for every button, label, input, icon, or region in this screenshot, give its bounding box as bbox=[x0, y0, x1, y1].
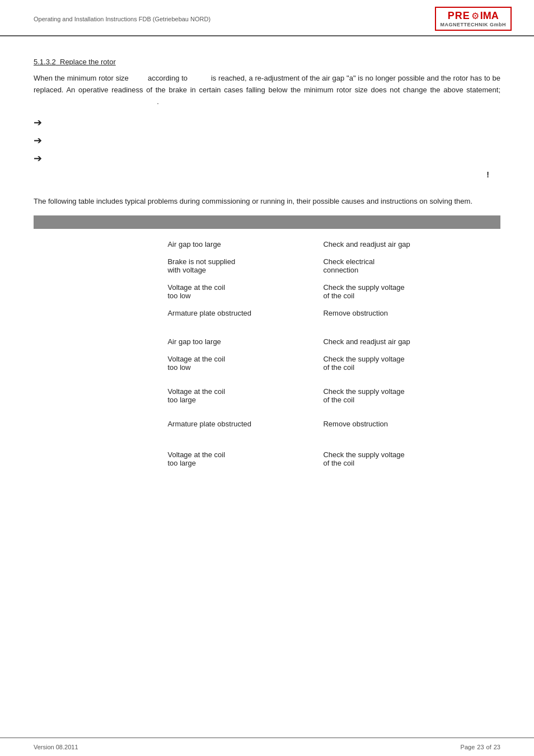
arrow-item-3: ➔ bbox=[34, 152, 500, 165]
table-cell-remedy-2-3: Check the supply voltageof the coil bbox=[316, 383, 500, 408]
logo-pre: PRE bbox=[448, 10, 470, 22]
header-title: Operating and Installation Instructions … bbox=[34, 16, 210, 22]
table-spacer-top-1 bbox=[34, 229, 500, 236]
page-wrapper: Operating and Installation Instructions … bbox=[0, 0, 534, 756]
footer-version: Version 08.2011 bbox=[34, 744, 78, 750]
spacer-top bbox=[34, 185, 500, 196]
footer-page-number: 23 bbox=[477, 744, 484, 750]
body-text: When the minimum rotor size according to… bbox=[34, 73, 500, 107]
table-cell-cause-3-1: Voltage at the coiltoo large bbox=[161, 446, 316, 472]
table-row: Brake is not suppliedwith voltage Check … bbox=[34, 253, 500, 279]
arrow-icon-1: ➔ bbox=[34, 116, 42, 129]
table-cell-cause-1-4: Armature plate obstructed bbox=[161, 304, 316, 322]
table-cell-remedy-2-1: Check and readjust air gap bbox=[316, 333, 500, 350]
logo-subtitle: MAGNETTECHNIK GmbH bbox=[441, 22, 507, 27]
table-cell-remedy-2-4: Remove obstruction bbox=[316, 415, 500, 433]
logo-top: PRE ⚙ IMA bbox=[448, 10, 499, 22]
table-row: Air gap too large Check and readjust air… bbox=[34, 333, 500, 350]
logo-box: PRE ⚙ IMA MAGNETTECHNIK GmbH bbox=[435, 7, 512, 31]
footer-total-pages: 23 bbox=[494, 744, 500, 750]
table-row: Armature plate obstructed Remove obstruc… bbox=[34, 304, 500, 322]
table-cell-cause-1-3: Voltage at the coiltoo low bbox=[161, 279, 316, 304]
arrow-icon-2: ➔ bbox=[34, 134, 42, 147]
table-cell-remedy-1-2: Check electricalconnection bbox=[316, 253, 500, 279]
table-cell-remedy-1-4: Remove obstruction bbox=[316, 304, 500, 322]
table-spacer-3 bbox=[34, 376, 500, 383]
table-col-section-empty2 bbox=[34, 279, 161, 304]
arrow-item-1: ➔ bbox=[34, 116, 500, 129]
section-heading: 5.1.3.2 Replace the rotor bbox=[34, 58, 116, 66]
page-content: 5.1.3.2 Replace the rotor When the minim… bbox=[0, 36, 534, 505]
table-cell-remedy-3-1: Check the supply voltageof the coil bbox=[316, 446, 500, 472]
table-col-section2-empty2 bbox=[34, 383, 161, 408]
footer-of-label: of bbox=[486, 744, 491, 750]
table-row: Armature plate obstructed Remove obstruc… bbox=[34, 415, 500, 433]
section-number: 5.1.3.2 bbox=[34, 58, 56, 66]
table-cell-remedy-2-2: Check the supply voltageof the coil bbox=[316, 350, 500, 376]
intro-text: The following table includes typical pro… bbox=[34, 196, 500, 208]
arrow-item-2: ➔ bbox=[34, 134, 500, 147]
table-row: Voltage at the coiltoo low Check the sup… bbox=[34, 350, 500, 376]
footer-right: Page 23 of 23 bbox=[461, 744, 500, 750]
table-gray-bar bbox=[34, 215, 500, 229]
table-col-section2-empty3 bbox=[34, 415, 161, 433]
exclamation-mark: ! bbox=[486, 170, 489, 179]
table-col-section2 bbox=[34, 333, 161, 350]
table-spacer-4 bbox=[34, 408, 500, 415]
table-spacer-5 bbox=[34, 433, 500, 446]
page-footer: Version 08.2011 Page 23 of 23 bbox=[0, 738, 534, 756]
section-title: Replace the rotor bbox=[60, 58, 116, 66]
table-row: Voltage at the coiltoo large Check the s… bbox=[34, 383, 500, 408]
exclamation-area: ! bbox=[34, 170, 500, 179]
table-col-section-empty3 bbox=[34, 304, 161, 322]
table-row: Air gap too large Check and readjust air… bbox=[34, 236, 500, 253]
page-header: Operating and Installation Instructions … bbox=[0, 0, 534, 36]
table-spacer-2 bbox=[34, 322, 500, 333]
logo-gear-icon: ⚙ bbox=[471, 11, 479, 21]
table-cell-cause-2-4: Armature plate obstructed bbox=[161, 415, 316, 433]
table-col-section2-empty bbox=[34, 350, 161, 376]
table-header-row bbox=[34, 215, 500, 229]
table-cell-remedy-1-1: Check and readjust air gap bbox=[316, 236, 500, 253]
table-col-section-empty bbox=[34, 253, 161, 279]
table-cell-cause-1-2: Brake is not suppliedwith voltage bbox=[161, 253, 316, 279]
section-heading-container: 5.1.3.2 Replace the rotor bbox=[34, 58, 500, 66]
table-cell-cause-1-1: Air gap too large bbox=[161, 236, 316, 253]
table-cell-cause-2-2: Voltage at the coiltoo low bbox=[161, 350, 316, 376]
footer-page-label: Page bbox=[461, 744, 475, 750]
table-cell-cause-2-1: Air gap too large bbox=[161, 333, 316, 350]
table-row: Voltage at the coiltoo low Check the sup… bbox=[34, 279, 500, 304]
table-row: Voltage at the coiltoo large Check the s… bbox=[34, 446, 500, 472]
table-col-section bbox=[34, 236, 161, 253]
logo-ima: IMA bbox=[480, 10, 499, 22]
table-cell-remedy-1-3: Check the supply voltageof the coil bbox=[316, 279, 500, 304]
trouble-table: Air gap too large Check and readjust air… bbox=[34, 215, 500, 483]
table-cell-cause-2-3: Voltage at the coiltoo large bbox=[161, 383, 316, 408]
arrow-icon-3: ➔ bbox=[34, 152, 42, 165]
table-col-section3 bbox=[34, 446, 161, 472]
table-spacer-bottom bbox=[34, 472, 500, 483]
